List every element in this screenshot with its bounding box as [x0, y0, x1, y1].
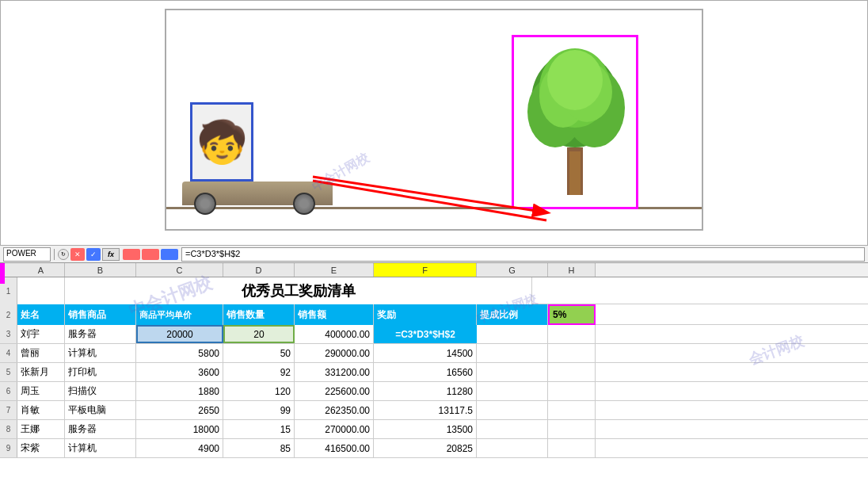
cell-7e[interactable]: 262350.00 — [295, 401, 374, 419]
cell-3h[interactable] — [548, 325, 596, 343]
header-g: 提成比例 — [477, 304, 548, 325]
cell-6e[interactable]: 225600.00 — [295, 382, 374, 400]
cell-4b[interactable]: 计算机 — [65, 344, 136, 362]
cell-3c[interactable]: 20000 — [136, 325, 223, 343]
cell-8e[interactable]: 270000.00 — [295, 420, 374, 438]
confirm-formula-btn[interactable]: ✓ — [86, 248, 101, 261]
cell-8g[interactable] — [477, 420, 548, 438]
cell-8h[interactable] — [548, 420, 596, 438]
rn-2: 2 — [0, 304, 17, 325]
header-row: 2 姓名 销售商品 商品平均单价 销售数量 销售额 奖励 提成比例 5% — [0, 304, 868, 325]
formula-toolbar: ↻ ✕ ✓ fx — [58, 248, 120, 261]
red-btn2[interactable] — [142, 249, 159, 260]
cell-4e[interactable]: 290000.00 — [295, 344, 374, 362]
cell-6c[interactable]: 1880 — [136, 382, 223, 400]
cell-3f[interactable]: =C3*D3*$H$2 — [374, 325, 477, 343]
spreadsheet-area: POWER ↻ ✕ ✓ fx =C3*D3*$H$2 A B C D E F G… — [0, 246, 868, 493]
col-c-header[interactable]: C — [136, 263, 223, 277]
cell-7f[interactable]: 13117.5 — [374, 401, 477, 419]
cell-4g[interactable] — [477, 344, 548, 362]
cell-3e[interactable]: 400000.00 — [295, 325, 374, 343]
data-rows: 1 优秀员工奖励清单 2 姓名 销售商品 商品平均单价 销售数量 销售额 奖励 … — [0, 277, 868, 458]
tree-svg — [523, 44, 626, 203]
col-e-header[interactable]: E — [295, 263, 374, 277]
train-cart: 🧒 — [182, 94, 356, 205]
cell-5g[interactable] — [477, 363, 548, 381]
cell-6b[interactable]: 扫描仪 — [65, 382, 136, 400]
cell-9b[interactable]: 计算机 — [65, 439, 136, 457]
cell-5e[interactable]: 331200.00 — [295, 363, 374, 381]
table-row: 5 张新月 打印机 3600 92 331200.00 16560 — [0, 363, 868, 382]
cell-8d[interactable]: 15 — [223, 420, 295, 438]
col-g-header[interactable]: G — [477, 263, 548, 277]
cell-9d[interactable]: 85 — [223, 439, 295, 457]
name-box[interactable]: POWER — [3, 247, 51, 262]
cell-5a[interactable]: 张新月 — [17, 363, 65, 381]
refresh-icon[interactable]: ↻ — [58, 249, 69, 260]
header-e: 销售额 — [295, 304, 374, 325]
formula-color-btns — [123, 249, 178, 260]
col-d-header[interactable]: D — [223, 263, 295, 277]
cell-3g[interactable] — [477, 325, 548, 343]
formula-bar: POWER ↻ ✕ ✓ fx =C3*D3*$H$2 — [0, 246, 868, 263]
cell-9h[interactable] — [548, 439, 596, 457]
wheel-right — [293, 193, 315, 215]
cell-7d[interactable]: 99 — [223, 401, 295, 419]
cell-5b[interactable]: 打印机 — [65, 363, 136, 381]
formula-input[interactable]: =C3*D3*$H$2 — [181, 247, 865, 262]
blue-btn1[interactable] — [161, 249, 178, 260]
cell-7b[interactable]: 平板电脑 — [65, 401, 136, 419]
cell-9e[interactable]: 416500.00 — [295, 439, 374, 457]
tree-box — [512, 35, 638, 209]
cell-4h[interactable] — [548, 344, 596, 362]
cell-8f[interactable]: 13500 — [374, 420, 477, 438]
rn-4: 4 — [0, 344, 17, 362]
header-c: 商品平均单价 — [136, 304, 223, 325]
girl-figure: 🧒 — [196, 121, 248, 162]
cell-7c[interactable]: 2650 — [136, 401, 223, 419]
cell-6a[interactable]: 周玉 — [17, 382, 65, 400]
rn-3: 3 — [0, 325, 17, 343]
cell-4c[interactable]: 5800 — [136, 344, 223, 362]
cell-3d[interactable]: 20 — [223, 325, 295, 343]
cell-6h[interactable] — [548, 382, 596, 400]
cell-4d[interactable]: 50 — [223, 344, 295, 362]
cell-5c[interactable]: 3600 — [136, 363, 223, 381]
header-b: 销售商品 — [65, 304, 136, 325]
cell-6g[interactable] — [477, 382, 548, 400]
col-f-header[interactable]: F — [374, 263, 477, 277]
cell-5d[interactable]: 92 — [223, 363, 295, 381]
divider — [54, 249, 55, 260]
cell-4a[interactable]: 曾丽 — [17, 344, 65, 362]
cell-4f[interactable]: 14500 — [374, 344, 477, 362]
cell-5h[interactable] — [548, 363, 596, 381]
cancel-formula-btn[interactable]: ✕ — [70, 248, 85, 261]
cell-8b[interactable]: 服务器 — [65, 420, 136, 438]
table-row: 7 肖敏 平板电脑 2650 99 262350.00 13117.5 — [0, 401, 868, 420]
cell-8a[interactable]: 王娜 — [17, 420, 65, 438]
cell-7g[interactable] — [477, 401, 548, 419]
cell-5f[interactable]: 16560 — [374, 363, 477, 381]
cell-9c[interactable]: 4900 — [136, 439, 223, 457]
title-row: 1 优秀员工奖励清单 — [0, 277, 868, 304]
cart-base — [182, 182, 333, 205]
red-btn1[interactable] — [123, 249, 140, 260]
cell-9a[interactable]: 宋紫 — [17, 439, 65, 457]
cell-3b[interactable]: 服务器 — [65, 325, 136, 343]
col-a-header[interactable]: A — [17, 263, 65, 277]
cell-9g[interactable] — [477, 439, 548, 457]
cell-7h[interactable] — [548, 401, 596, 419]
girl-box: 🧒 — [190, 102, 253, 182]
cell-6f[interactable]: 11280 — [374, 382, 477, 400]
cell-9f[interactable]: 20825 — [374, 439, 477, 457]
cell-6d[interactable]: 120 — [223, 382, 295, 400]
table-row: 9 宋紫 计算机 4900 85 416500.00 20825 — [0, 439, 868, 458]
col-h-header[interactable]: H — [548, 263, 596, 277]
cell-3a[interactable]: 刘宇 — [17, 325, 65, 343]
fx-btn[interactable]: fx — [102, 248, 120, 261]
rn-5: 5 — [0, 363, 17, 381]
cell-8c[interactable]: 18000 — [136, 420, 223, 438]
table-row: 8 王娜 服务器 18000 15 270000.00 13500 — [0, 420, 868, 439]
cell-7a[interactable]: 肖敏 — [17, 401, 65, 419]
col-b-header[interactable]: B — [65, 263, 136, 277]
